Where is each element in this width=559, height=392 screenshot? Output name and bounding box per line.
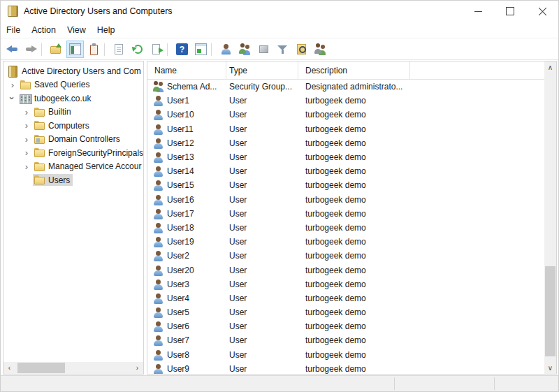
object-description: turbogeek demo <box>298 96 544 106</box>
object-type: User <box>226 152 298 162</box>
minimize-button[interactable] <box>462 1 494 22</box>
tree-entry[interactable]: Active Directory Users and Com <box>6 65 144 77</box>
toolbar-icon <box>220 43 232 55</box>
tree-expander-icon[interactable] <box>6 80 19 89</box>
tree-expander-icon[interactable] <box>20 135 33 144</box>
column-header[interactable]: Name <box>147 61 226 79</box>
properties-button[interactable] <box>110 41 128 58</box>
column-header[interactable]: Type <box>226 61 298 79</box>
tree-item[interactable]: tubogeek.co.uk <box>3 92 143 106</box>
show-hide-console-tree-button[interactable] <box>66 41 84 58</box>
list-row[interactable]: User1 User turbogeek demo <box>147 94 544 108</box>
tree-expander-icon[interactable] <box>20 162 33 171</box>
help-button[interactable] <box>173 41 191 58</box>
toolbar-icon <box>176 43 188 55</box>
tree-entry[interactable]: Saved Queries <box>19 79 92 91</box>
new-user-button[interactable] <box>217 41 235 58</box>
list-row[interactable]: User6 User turbogeek demo <box>147 319 544 333</box>
window-controls <box>462 1 558 22</box>
new-group-button[interactable] <box>236 41 254 58</box>
list-row[interactable]: User4 User turbogeek demo <box>147 291 544 305</box>
new-ou-button[interactable] <box>255 41 273 58</box>
object-type: User <box>226 124 298 134</box>
tree-item[interactable]: Builtin <box>3 106 143 119</box>
back-button[interactable] <box>3 41 21 58</box>
menu-item[interactable]: File <box>1 22 26 38</box>
toolbar-icon <box>6 43 18 55</box>
tree-expander-icon[interactable] <box>20 121 33 130</box>
list-row[interactable]: User14 User turbogeek demo <box>147 164 544 178</box>
toolbar-separator[interactable] <box>41 41 46 58</box>
up-one-level-button[interactable] <box>48 41 65 58</box>
toolbar-icon <box>151 43 163 55</box>
tree-entry[interactable]: Managed Service Accour <box>33 161 144 173</box>
find-button[interactable] <box>293 41 310 58</box>
list-row[interactable]: User19 User turbogeek demo <box>147 235 544 249</box>
list-row[interactable]: User11 User turbogeek demo <box>147 122 544 136</box>
scroll-left-arrow-icon[interactable]: ‹ <box>3 362 15 374</box>
vertical-scrollbar-thumb[interactable] <box>545 266 556 356</box>
list-row[interactable]: User3 User turbogeek demo <box>147 277 544 291</box>
tree-entry[interactable]: tubogeek.co.uk <box>19 92 94 104</box>
show-window-button[interactable] <box>192 41 210 58</box>
object-type-icon <box>153 236 164 247</box>
tree-horizontal-scrollbar: ‹ › <box>3 362 143 374</box>
toolbar-separator[interactable] <box>167 41 172 58</box>
tree-item[interactable]: Users <box>3 173 143 187</box>
tree-entry[interactable]: Computers <box>33 119 92 131</box>
scroll-right-arrow-icon[interactable]: › <box>131 362 143 374</box>
close-button[interactable] <box>526 1 558 22</box>
list-row[interactable]: User15 User turbogeek demo <box>147 178 544 192</box>
list-row[interactable]: User20 User turbogeek demo <box>147 263 544 277</box>
maximize-button[interactable] <box>494 1 526 22</box>
tree-item[interactable]: Saved Queries <box>3 78 143 92</box>
list-row[interactable]: User9 User turbogeek demo <box>147 362 544 374</box>
tree-entry[interactable]: Users <box>33 174 73 186</box>
console-system-icon[interactable] <box>8 6 18 17</box>
tree-entry[interactable]: Domain Controllers <box>33 133 123 145</box>
tree-entry[interactable]: Builtin <box>33 106 74 118</box>
list-row[interactable]: User17 User turbogeek demo <box>147 207 544 221</box>
menu-item[interactable]: Action <box>26 22 61 38</box>
menu-item[interactable]: View <box>61 22 92 38</box>
list-row[interactable]: User13 User turbogeek demo <box>147 150 544 164</box>
list-row[interactable]: Schema Ad... Security Group... Designate… <box>147 80 544 94</box>
clipboard-button[interactable] <box>85 41 103 58</box>
tree-item[interactable]: Active Directory Users and Com <box>3 64 143 78</box>
tree-item[interactable]: Domain Controllers <box>3 133 143 147</box>
list-row[interactable]: User16 User turbogeek demo <box>147 193 544 207</box>
advanced-button[interactable] <box>312 41 329 58</box>
list-row[interactable]: User5 User turbogeek demo <box>147 305 544 319</box>
export-list-button[interactable] <box>148 41 166 58</box>
list-row[interactable]: User2 User turbogeek demo <box>147 249 544 263</box>
list-row[interactable]: User12 User turbogeek demo <box>147 136 544 150</box>
tree-expander-icon[interactable] <box>6 94 19 103</box>
toolbar-icon <box>277 43 289 55</box>
tree-expander-icon[interactable] <box>20 108 33 117</box>
scroll-up-arrow-icon[interactable]: ∧ <box>544 61 556 73</box>
tree-item[interactable]: Computers <box>3 119 143 133</box>
name-cell: User3 <box>147 279 226 290</box>
forward-button[interactable] <box>22 41 40 58</box>
tree-item[interactable]: Managed Service Accour <box>3 160 143 174</box>
object-type: User <box>226 321 298 331</box>
tree-entry[interactable]: ForeignSecurityPrincipals <box>33 147 144 159</box>
list-row[interactable]: User10 User turbogeek demo <box>147 108 544 122</box>
object-type-icon <box>153 124 164 135</box>
horizontal-scrollbar-thumb[interactable] <box>17 363 65 373</box>
toolbar-separator[interactable] <box>211 41 216 58</box>
object-description: turbogeek demo <box>298 293 544 303</box>
filter-button[interactable] <box>274 41 291 58</box>
name-cell: User10 <box>147 109 226 120</box>
refresh-button[interactable] <box>129 41 147 58</box>
menu-item[interactable]: Help <box>92 22 121 38</box>
tree-expander-icon[interactable] <box>20 148 33 157</box>
column-header[interactable]: Description <box>298 61 410 79</box>
list-row[interactable]: User7 User turbogeek demo <box>147 333 544 347</box>
name-cell: User11 <box>147 124 226 135</box>
list-row[interactable]: User18 User turbogeek demo <box>147 221 544 235</box>
toolbar-separator[interactable] <box>104 41 109 58</box>
list-row[interactable]: User8 User turbogeek demo <box>147 348 544 362</box>
tree-item[interactable]: ForeignSecurityPrincipals <box>3 146 143 160</box>
scroll-down-arrow-icon[interactable]: ∨ <box>544 362 556 374</box>
